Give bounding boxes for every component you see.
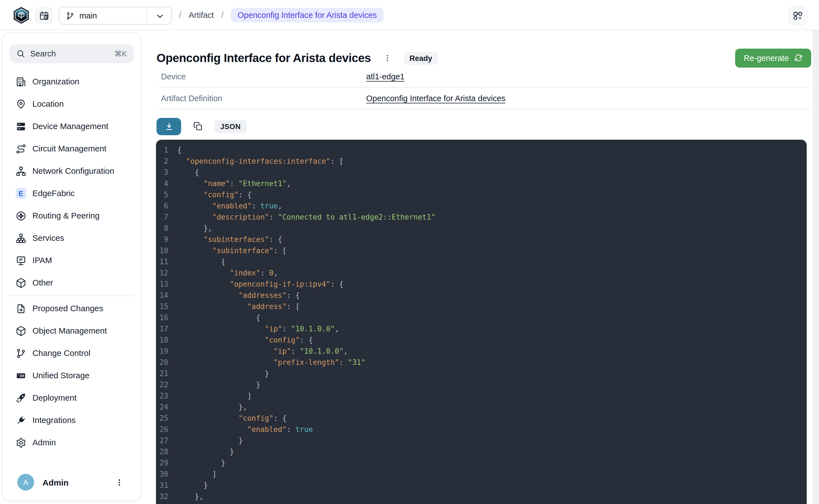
line-number: 9 (156, 234, 177, 245)
code-line: 24 }, (156, 402, 807, 413)
sidebar-item-integrations[interactable]: Integrations (2, 409, 141, 431)
regenerate-button[interactable]: Re-generate (735, 49, 811, 68)
route-icon (16, 143, 26, 154)
status-badge: Ready (403, 52, 438, 65)
topology-button[interactable] (788, 6, 807, 25)
code-text: { (177, 256, 225, 268)
sidebar-item-circuit-management[interactable]: Circuit Management (2, 137, 141, 160)
sidebar-item-edgefabric[interactable]: E EdgeFabric (2, 182, 141, 205)
line-number: 27 (156, 435, 177, 446)
code-line: 30 ] (156, 469, 807, 480)
fields-table: Device atl1-edge1 Artifact Definition Op… (156, 66, 811, 110)
code-line: 6 "enabled": true, (156, 201, 807, 212)
code-line: 5 "config": { (156, 189, 807, 201)
sidebar-item-routing-peering[interactable]: Routing & Peering (2, 205, 141, 227)
download-icon (164, 122, 174, 131)
code-line: 16 { (156, 312, 807, 324)
code-line: 25 "config": { (156, 413, 807, 424)
sidebar-item-location[interactable]: Location (2, 93, 141, 115)
sidebar-nav: Organization Location Device Management … (2, 70, 141, 454)
sidebar-item-ipam[interactable]: IP IPAM (2, 249, 141, 272)
line-number: 30 (156, 469, 177, 480)
sidebar-item-label: EdgeFabric (32, 189, 75, 198)
server-icon (16, 121, 26, 132)
git-branch-icon (66, 11, 74, 20)
sidebar-item-network-configuration[interactable]: Network Configuration (2, 160, 141, 182)
sidebar-item-change-control[interactable]: Change Control (2, 342, 141, 364)
code-text: } (177, 368, 269, 379)
copy-button[interactable] (190, 118, 206, 134)
breadcrumb-current[interactable]: Openconfig Interface for Arista devices (231, 8, 383, 22)
code-text: "enabled": true (177, 424, 313, 435)
search-icon (16, 49, 25, 58)
user-name: Admin (42, 477, 115, 487)
app-logo[interactable] (13, 7, 29, 24)
git-branch-icon (16, 348, 26, 358)
line-number: 32 (156, 491, 177, 502)
sidebar-item-deployment[interactable]: Deployment (2, 387, 141, 409)
download-button[interactable] (156, 118, 181, 135)
code-text: } (177, 379, 260, 391)
scrollbar-track[interactable] (813, 30, 819, 504)
sidebar-item-services[interactable]: Services (2, 227, 141, 249)
code-text: "subinterface": [ (177, 245, 286, 256)
code-line: 22 } (156, 379, 807, 391)
calendar-clock-button[interactable] (35, 7, 53, 24)
sidebar-item-label: Change Control (32, 349, 90, 358)
code-line: 21 } (156, 368, 807, 379)
search-input[interactable]: Search ⌘K (9, 44, 134, 63)
page-title: Openconfig Interface for Arista devices (156, 51, 371, 65)
code-text: { (177, 167, 199, 178)
sidebar-item-label: Deployment (32, 393, 77, 402)
building-icon (16, 76, 26, 87)
breadcrumb-separator: / (221, 10, 224, 20)
sidebar-item-label: Routing & Peering (32, 211, 99, 220)
line-number: 6 (156, 201, 177, 212)
sidebar-item-device-management[interactable]: Device Management (2, 115, 141, 137)
code-text: { (177, 312, 260, 324)
app-root: main / Artifact / Openconfig Interface f… (0, 0, 819, 504)
sidebar-item-unified-storage[interactable]: Unified Storage (2, 364, 141, 387)
code-text: "config": { (177, 335, 313, 346)
code-text: } (177, 480, 208, 491)
code-text: "name": "Ethernet1", (177, 178, 291, 189)
sidebar-item-proposed-changes[interactable]: Proposed Changes (2, 297, 141, 320)
avatar: A (17, 474, 34, 491)
sidebar-item-other[interactable]: Other (2, 272, 141, 294)
code-text: ] (177, 391, 251, 402)
sidebar-item-label: Organization (32, 77, 79, 86)
sidebar-item-label: Network Configuration (32, 167, 114, 175)
user-row[interactable]: A Admin (2, 469, 141, 495)
sidebar-item-object-management[interactable]: Object Management (2, 320, 141, 342)
line-number: 11 (156, 256, 177, 268)
sidebar-item-admin[interactable]: Admin (2, 431, 141, 454)
code-line: 17 "ip": "10.1.0.0", (156, 324, 807, 335)
line-number: 29 (156, 458, 177, 469)
line-number: 5 (156, 189, 177, 201)
code-lines: 1{2 "openconfig-interfaces:interface": [… (156, 145, 807, 502)
code-line: 4 "name": "Ethernet1", (156, 178, 807, 189)
breadcrumb-parent[interactable]: Artifact (189, 11, 214, 20)
code-text: "ip": "10.1.0.0", (177, 346, 348, 357)
line-number: 15 (156, 301, 177, 312)
sidebar-item-organization[interactable]: Organization (2, 70, 141, 93)
code-block[interactable]: 1{2 "openconfig-interfaces:interface": [… (156, 140, 807, 504)
line-number: 3 (156, 167, 177, 178)
file-arrow-icon (16, 303, 26, 314)
edgefabric-icon: E (16, 188, 26, 199)
line-number: 13 (156, 279, 177, 290)
device-link[interactable]: atl1-edge1 (366, 72, 404, 81)
code-line: 14 "addresses": { (156, 290, 807, 301)
field-label: Device (156, 72, 366, 81)
sidebar-item-label: Device Management (32, 122, 108, 131)
sidebar-item-label: Other (32, 278, 53, 287)
user-menu-kebab-icon[interactable] (115, 478, 123, 486)
branch-selector[interactable]: main (59, 7, 172, 25)
sidebar-item-label: Integrations (32, 416, 76, 425)
code-line: 1{ (156, 145, 807, 156)
title-kebab-icon[interactable] (383, 54, 391, 62)
artifact-definition-link[interactable]: Openconfig Interface for Arista devices (366, 94, 506, 103)
copy-icon (193, 121, 203, 131)
line-number: 25 (156, 413, 177, 424)
storage-icon (16, 370, 26, 381)
